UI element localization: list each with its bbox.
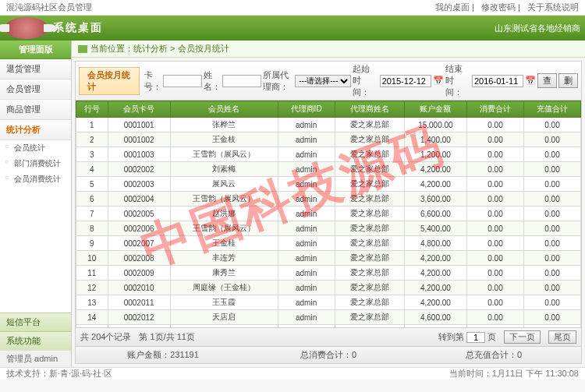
cell: 6 [76, 192, 108, 207]
table-row[interactable]: 50002003展风云admin爱之家总部4,200.000.000.00 [76, 177, 581, 192]
table-row[interactable]: 40002002刘素梅admin爱之家总部4,200.000.000.00 [76, 162, 581, 177]
cell: 天店启 [170, 310, 278, 325]
cell: 1 [76, 118, 108, 132]
pager-jump-input[interactable] [466, 332, 485, 343]
cell: 9 [76, 236, 108, 251]
input-name[interactable] [222, 75, 261, 87]
cell: admin [278, 162, 335, 177]
table-row[interactable]: 140002012天店启admin爱之家总部4,600.000.000.00 [76, 310, 581, 325]
cell: 7 [76, 207, 108, 221]
cell: 爱之家总部 [335, 177, 404, 192]
cell: 0001001 [108, 118, 170, 132]
sidebar-title: 管理面版 [0, 41, 71, 59]
crumb-path: 统计分析 > 会员按月统计 [133, 43, 229, 55]
sidebar: 管理面版 退货管理 会员管理 商品管理 统计分析 会员统计 部门消费统计 会员消… [0, 41, 72, 367]
home-icon[interactable] [78, 45, 87, 53]
cell: admin [278, 147, 335, 162]
cell: 0.00 [524, 147, 581, 162]
sidebar-item-product[interactable]: 商品管理 [0, 100, 71, 120]
table-row[interactable]: 60002004王雪韵（展风云）admin爱之家总部3,600.000.000.… [76, 192, 581, 207]
cell: 4,200.00 [404, 281, 466, 295]
cell: 0.00 [467, 147, 524, 162]
input-card[interactable] [163, 75, 202, 87]
table-row[interactable]: 80002006王雪韵（展风云）admin爱之家总部5,400.000.000.… [76, 221, 581, 236]
input-end[interactable] [472, 75, 523, 87]
cell: 0.00 [524, 236, 581, 251]
tab-monthly[interactable]: 会员按月统计 [79, 67, 140, 95]
main: 当前位置： 统计分析 > 会员按月统计 会员按月统计 卡号： 姓名： 所属代理商… [72, 41, 585, 367]
panel: 会员按月统计 卡号： 姓名： 所属代理商： ---请选择--- 起始时间： 📅 … [75, 61, 582, 364]
link-desktop[interactable]: 我的桌面 [435, 2, 470, 12]
sidebar-item-return[interactable]: 退货管理 [0, 59, 71, 79]
cell: 4,600.00 [404, 310, 466, 325]
col-header: 行号 [76, 101, 108, 118]
cell: 0.00 [524, 207, 581, 221]
table-row[interactable]: 130002011王玉霞admin爱之家总部4,200.000.000.00 [76, 295, 581, 310]
sidebar-foot-sys[interactable]: 系统功能 [0, 331, 71, 350]
table-row[interactable]: 20001002王金枝admin爱之家总部1,400.000.000.00 [76, 132, 581, 147]
cell: 爱之家总部 [335, 192, 404, 207]
cell: admin [278, 310, 335, 325]
cell: 赵洪娜 [170, 207, 278, 221]
footer: 技术支持：新·青·源·码·社·区 当前时间：1月11日 下午 11:30:08 [0, 367, 585, 380]
link-about[interactable]: 关于系统说明 [527, 2, 579, 12]
col-header: 代理商姓名 [335, 101, 404, 118]
col-header: 充值合计 [524, 101, 581, 118]
sidebar-sub-dept-stat[interactable]: 部门消费统计 [0, 156, 71, 171]
btn-query[interactable]: 查 [537, 73, 557, 88]
pager-pages: 第 1页/共 11页 [139, 331, 195, 343]
lbl-start: 起始时间： [353, 63, 378, 98]
link-password[interactable]: 修改密码 [481, 2, 516, 12]
brand-text: 系统桌面 [53, 21, 103, 35]
cell: 0002012 [108, 310, 170, 325]
sidebar-sub-member-cons[interactable]: 会员消费统计 [0, 171, 71, 187]
pager: 共 204个记录 第 1页/共 11页 转到第 页 下一页 尾页 [76, 327, 581, 346]
calendar-icon[interactable]: 📅 [525, 76, 536, 86]
cell: 王雪韵（展风云） [170, 147, 278, 162]
cell: 0002005 [108, 207, 170, 221]
pager-total: 共 204个记录 [80, 331, 131, 343]
cell: 0.00 [467, 118, 524, 132]
sum-consume: 总消费合计：0 [246, 349, 411, 361]
pager-next[interactable]: 下一页 [504, 330, 541, 344]
table-row[interactable]: 90002007王金桂admin爱之家总部4,800.000.000.00 [76, 236, 581, 251]
sidebar-sub-member-stat[interactable]: 会员统计 [0, 140, 71, 156]
table-row[interactable]: 10001001张桦兰admin爱之家总部15,000.000.000.00 [76, 118, 581, 132]
cell: 0.00 [467, 192, 524, 207]
cell: admin [278, 207, 335, 221]
sidebar-foot-sms[interactable]: 短信平台 [0, 313, 71, 331]
cell: 爱之家总部 [335, 207, 404, 221]
input-start[interactable] [380, 75, 431, 87]
sidebar-item-member[interactable]: 会员管理 [0, 79, 71, 100]
cell: 0.00 [524, 266, 581, 281]
table-row[interactable]: 120002010周庭缘（王金桂）admin爱之家总部4,200.000.000… [76, 281, 581, 295]
btn-reset[interactable]: 删 [558, 73, 578, 88]
table-row[interactable]: 70002005赵洪娜admin爱之家总部6,600.000.000.00 [76, 207, 581, 221]
cell: 4,200.00 [404, 251, 466, 266]
table-row[interactable]: 30001003王雪韵（展风云）admin爱之家总部1,200.000.000.… [76, 147, 581, 162]
cell: admin [278, 281, 335, 295]
cell: 爱之家总部 [335, 162, 404, 177]
cell: 0.00 [467, 207, 524, 221]
cell: 王玉霞 [170, 295, 278, 310]
cell: 王雪韵（展风云） [170, 192, 278, 207]
sidebar-item-stats[interactable]: 统计分析 [0, 120, 71, 140]
col-header: 代理商ID [278, 101, 335, 118]
cell: 14 [76, 310, 108, 325]
calendar-icon[interactable]: 📅 [433, 76, 444, 86]
table-row[interactable]: 100002008丰连芳admin爱之家总部4,200.000.000.00 [76, 251, 581, 266]
pager-last[interactable]: 尾页 [548, 330, 576, 344]
data-grid[interactable]: 行号会员卡号会员姓名代理商ID代理商姓名账户金额消费合计充值合计 1000100… [76, 101, 581, 327]
cell: admin [278, 236, 335, 251]
select-agent[interactable]: ---请选择--- [295, 75, 351, 87]
cell: 展风云 [170, 177, 278, 192]
cell: 5,400.00 [404, 221, 466, 236]
cell: admin [278, 295, 335, 310]
cell: 2 [76, 132, 108, 147]
cell: 0001003 [108, 147, 170, 162]
cell: 刘素梅 [170, 162, 278, 177]
cell: 0.00 [467, 251, 524, 266]
cell: 0.00 [467, 266, 524, 281]
cell: 1,400.00 [404, 132, 466, 147]
table-row[interactable]: 110002009康秀兰admin爱之家总部4,200.000.000.00 [76, 266, 581, 281]
